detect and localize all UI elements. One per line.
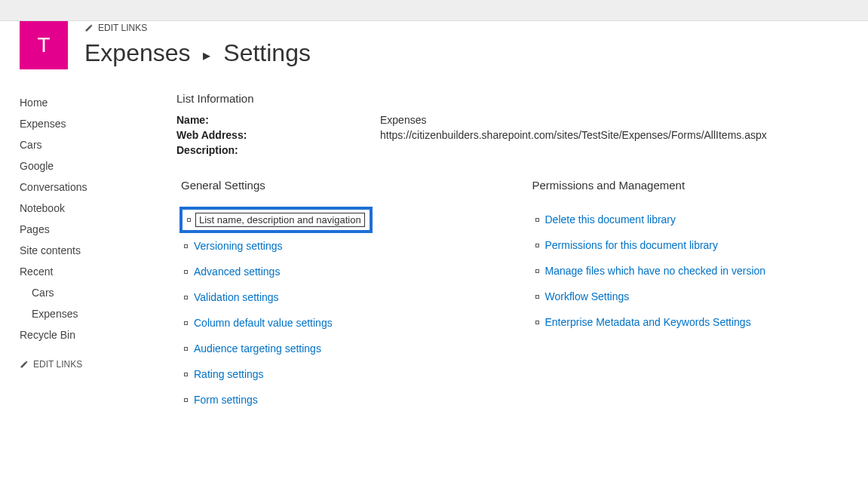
- link-enterprise-metadata[interactable]: Enterprise Metadata and Keywords Setting…: [545, 316, 751, 328]
- web-address-value: https://citizenbuilders.sharepoint.com/s…: [380, 129, 767, 141]
- general-settings-title: General Settings: [176, 179, 498, 192]
- nav-item-recycle-bin[interactable]: Recycle Bin: [20, 324, 148, 345]
- edit-links-bottom-label: EDIT LINKS: [33, 359, 82, 370]
- nav-recent-expenses[interactable]: Expenses: [20, 303, 148, 324]
- link-column-default-value[interactable]: Column default value settings: [194, 317, 333, 329]
- permissions-column: Permissions and Management Delete this d…: [528, 179, 849, 413]
- bullet-icon: [184, 347, 188, 351]
- highlighted-setting: List name, description and navigation: [179, 207, 373, 233]
- link-versioning-settings[interactable]: Versioning settings: [194, 240, 283, 252]
- site-logo-letter: T: [37, 33, 50, 57]
- pencil-icon: [84, 23, 94, 32]
- bullet-icon: [184, 373, 188, 376]
- link-workflow-settings[interactable]: Workflow Settings: [545, 290, 630, 302]
- nav-item-notebook[interactable]: Notebook: [20, 198, 148, 219]
- name-value: Expenses: [380, 114, 426, 126]
- bullet-icon: [184, 321, 188, 325]
- breadcrumb-second: Settings: [223, 39, 311, 66]
- bullet-icon: [535, 321, 539, 324]
- bullet-icon: [535, 244, 539, 247]
- bullet-icon: [187, 218, 191, 222]
- link-rating-settings[interactable]: Rating settings: [194, 368, 264, 380]
- edit-links-bottom[interactable]: EDIT LINKS: [20, 359, 82, 370]
- web-address-label: Web Address:: [176, 129, 380, 141]
- suite-bar: [0, 0, 868, 21]
- nav-recent-header: Recent: [20, 261, 148, 282]
- general-settings-column: General Settings List name, description …: [176, 179, 498, 413]
- link-audience-targeting[interactable]: Audience targeting settings: [194, 342, 321, 354]
- link-manage-unchecked-files[interactable]: Manage files which have no checked in ve…: [545, 265, 766, 277]
- nav-item-conversations[interactable]: Conversations: [20, 176, 148, 198]
- nav-item-home[interactable]: Home: [20, 92, 148, 113]
- main-content: List Information Name: Expenses Web Addr…: [163, 92, 848, 413]
- nav-item-site-contents[interactable]: Site contents: [20, 240, 148, 261]
- nav-item-expenses[interactable]: Expenses: [20, 113, 148, 134]
- edit-links-top[interactable]: EDIT LINKS: [84, 23, 147, 33]
- bullet-icon: [184, 244, 188, 248]
- bullet-icon: [535, 295, 539, 299]
- name-label: Name:: [176, 114, 380, 126]
- nav-recent-cars[interactable]: Cars: [20, 282, 148, 303]
- breadcrumb-separator-icon: ▸: [203, 47, 210, 63]
- link-permissions-library[interactable]: Permissions for this document library: [545, 239, 719, 251]
- bullet-icon: [184, 398, 188, 402]
- bullet-icon: [184, 270, 188, 274]
- bullet-icon: [184, 296, 188, 299]
- breadcrumb-first[interactable]: Expenses: [84, 39, 191, 66]
- link-delete-library[interactable]: Delete this document library: [545, 213, 676, 226]
- pencil-icon: [20, 360, 29, 369]
- site-logo[interactable]: T: [20, 21, 68, 69]
- permissions-title: Permissions and Management: [528, 179, 849, 192]
- site-header: T EDIT LINKS Expenses ▸ Settings: [0, 21, 868, 77]
- link-form-settings[interactable]: Form settings: [194, 394, 258, 406]
- description-label: Description:: [176, 144, 380, 156]
- bullet-icon: [535, 269, 539, 273]
- nav-item-google[interactable]: Google: [20, 155, 148, 176]
- link-advanced-settings[interactable]: Advanced settings: [194, 265, 280, 278]
- page-title: Expenses ▸ Settings: [84, 39, 311, 67]
- edit-links-top-label: EDIT LINKS: [98, 23, 147, 33]
- list-info-title: List Information: [176, 92, 848, 105]
- bullet-icon: [535, 218, 539, 222]
- nav-item-pages[interactable]: Pages: [20, 219, 148, 240]
- nav-item-cars[interactable]: Cars: [20, 134, 148, 155]
- link-list-name-description[interactable]: List name, description and navigation: [199, 214, 361, 226]
- link-validation-settings[interactable]: Validation settings: [194, 291, 279, 303]
- quick-launch-nav: Home Expenses Cars Google Conversations …: [20, 92, 163, 413]
